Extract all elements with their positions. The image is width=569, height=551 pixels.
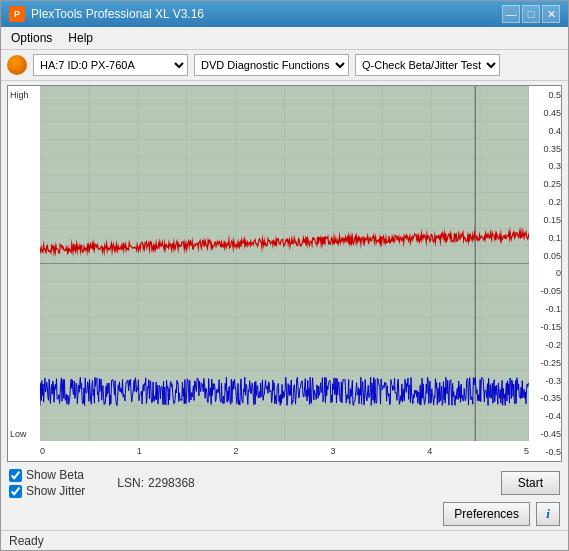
function-select[interactable]: DVD Diagnostic Functions (194, 54, 349, 76)
status-text: Ready (9, 534, 44, 548)
show-beta-checkbox[interactable] (9, 469, 22, 482)
status-bar: Ready (1, 530, 568, 550)
start-button[interactable]: Start (501, 471, 560, 495)
device-select[interactable]: HA:7 ID:0 PX-760A (33, 54, 188, 76)
checkbox-group: Show Beta Show Jitter (9, 468, 85, 498)
show-beta-label[interactable]: Show Beta (26, 468, 84, 482)
preferences-button[interactable]: Preferences (443, 502, 530, 526)
lsn-value: 2298368 (148, 476, 195, 490)
y-axis-right: 0.5 0.45 0.4 0.35 0.3 0.25 0.2 0.15 0.1 … (529, 86, 561, 461)
toolbar: HA:7 ID:0 PX-760A DVD Diagnostic Functio… (1, 50, 568, 81)
chart-area: High Low 0.5 0.45 0.4 0.35 0.3 0.25 0.2 … (7, 85, 562, 462)
lsn-label: LSN: (117, 476, 144, 490)
window-title: PlexTools Professional XL V3.16 (31, 7, 204, 21)
main-window: P PlexTools Professional XL V3.16 — □ ✕ … (0, 0, 569, 551)
title-bar: P PlexTools Professional XL V3.16 — □ ✕ (1, 1, 568, 27)
app-icon: P (9, 6, 25, 22)
info-button[interactable]: i (536, 502, 560, 526)
show-beta-row: Show Beta (9, 468, 85, 482)
show-jitter-label[interactable]: Show Jitter (26, 484, 85, 498)
show-jitter-checkbox[interactable] (9, 485, 22, 498)
x-axis: 0 1 2 3 4 5 (40, 441, 529, 461)
menu-options[interactable]: Options (5, 29, 58, 47)
chart-canvas (40, 86, 529, 441)
device-icon (7, 55, 27, 75)
maximize-button[interactable]: □ (522, 5, 540, 23)
bottom-row: Show Beta Show Jitter LSN: 2298368 Start (9, 468, 560, 498)
title-bar-left: P PlexTools Professional XL V3.16 (9, 6, 204, 22)
lsn-group: LSN: 2298368 (117, 476, 194, 490)
menu-help[interactable]: Help (62, 29, 99, 47)
menu-bar: Options Help (1, 27, 568, 50)
y-label-low: Low (10, 429, 27, 439)
show-jitter-row: Show Jitter (9, 484, 85, 498)
chart-canvas-wrap (40, 86, 529, 441)
bottom-panel: Show Beta Show Jitter LSN: 2298368 Start… (1, 464, 568, 530)
title-bar-controls: — □ ✕ (502, 5, 560, 23)
close-button[interactable]: ✕ (542, 5, 560, 23)
bottom-actions: Start (501, 471, 560, 495)
y-label-high: High (10, 90, 29, 100)
minimize-button[interactable]: — (502, 5, 520, 23)
test-select[interactable]: Q-Check Beta/Jitter Test (355, 54, 500, 76)
